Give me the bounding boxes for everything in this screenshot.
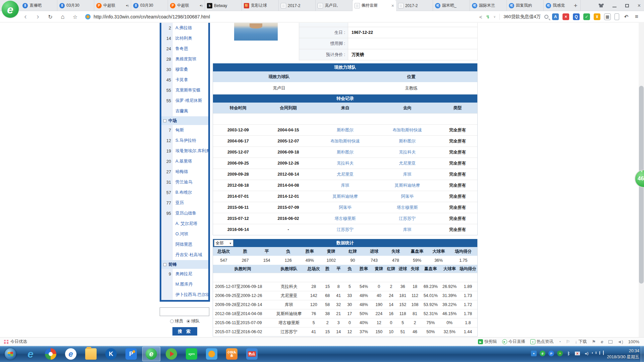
status-tool-item[interactable]: 快剪辑 [478, 339, 497, 345]
player-row[interactable]: 20 A.基里塔 [161, 156, 208, 167]
browser-tab[interactable]: 佩特雷斯 [353, 0, 396, 11]
tray-icon[interactable] [566, 351, 572, 356]
taskbar-app-icon[interactable] [65, 348, 76, 360]
player-name-link[interactable]: 伊卜拉西马.巴尔德 [173, 290, 208, 300]
url-text[interactable]: http://info.310win.com/cn/team/coach/129… [94, 14, 210, 19]
taskbar-app-button[interactable] [102, 347, 120, 361]
zoom-level[interactable]: 100% [628, 339, 639, 344]
browser-tab[interactable]: 直播吧 [20, 0, 57, 11]
player-name-link[interactable]: M.图库丹 [173, 279, 208, 290]
taskbar-app-icon[interactable] [25, 348, 36, 360]
back-button[interactable] [22, 13, 29, 20]
radio-team[interactable]: 球队 [186, 318, 200, 324]
screenshot-extension-icon[interactable] [562, 13, 569, 20]
player-name-link[interactable]: 亚历山德鲁 [173, 208, 208, 219]
taskbar-app-button[interactable] [122, 347, 140, 361]
browser-tab[interactable]: 2017-2 [279, 0, 316, 11]
tab-close-icon[interactable] [391, 3, 394, 8]
player-row[interactable]: 阿德里恩 [161, 239, 208, 250]
checkbox-icon[interactable] [163, 263, 166, 266]
pin-icon[interactable] [566, 339, 570, 344]
restore-tab-icon[interactable] [623, 13, 630, 20]
status-tool-item[interactable]: 热点资讯 [530, 339, 553, 345]
flag-icon[interactable] [592, 339, 596, 344]
translate-extension-icon[interactable] [552, 13, 559, 20]
taskbar-app-button[interactable] [1, 347, 19, 361]
gift-icon[interactable] [4, 340, 8, 344]
player-name-link[interactable]: 亚历 [173, 198, 208, 208]
player-name-link[interactable]: 丹吉安·杜高域 [173, 250, 208, 260]
taskbar-app-button[interactable] [42, 347, 60, 361]
taskbar-app-button[interactable] [182, 347, 201, 361]
player-name-link[interactable]: A.基里塔 [173, 156, 208, 167]
taskbar-app-icon[interactable] [166, 348, 177, 360]
taskbar-app-icon[interactable] [146, 348, 157, 360]
window-maximize-button[interactable] [625, 4, 629, 7]
player-row[interactable]: 45 卡莫拿 [161, 75, 208, 85]
player-name-link[interactable]: S.马伊拉特 [173, 135, 208, 146]
taskbar-app-icon[interactable] [5, 348, 16, 360]
player-row[interactable]: 9 奥姆拉尼 [161, 269, 208, 279]
player-row[interactable]: 7 甸斯 [161, 125, 208, 135]
browser-tab[interactable]: 中超联 [94, 0, 131, 11]
taskbar-app-button[interactable] [162, 347, 180, 361]
browser-tab[interactable]: 2017-2 [396, 0, 433, 11]
player-row[interactable]: 2 A.弗拉德 [161, 23, 208, 33]
browser-tab[interactable]: 中超联 [168, 0, 205, 11]
status-tool[interactable]: 快剪辑 今日直播 热点资讯 [478, 339, 553, 345]
browser-tab[interactable]: Betway [205, 0, 242, 11]
radio-team-dot[interactable] [186, 319, 190, 323]
wallet-extension-icon[interactable] [594, 13, 600, 20]
player-name-link[interactable]: 鲁奇恩 [173, 44, 208, 54]
taskbar-app-icon[interactable] [85, 348, 97, 360]
player-row[interactable]: 吉薾萬 [161, 106, 208, 116]
player-row[interactable]: 30 穆雷桑 [161, 64, 208, 75]
player-row[interactable]: 57 B.布维尔 [161, 187, 208, 198]
menu-icon[interactable] [633, 13, 640, 20]
player-name-link[interactable]: 保罗·维尼休斯 [173, 96, 208, 106]
taskbar-app-button[interactable] [142, 347, 160, 361]
player-name-link[interactable]: 劳兰迪乌 [173, 177, 208, 187]
window-minimize-button[interactable] [612, 7, 616, 7]
player-name-link[interactable]: 比特利奥 [173, 33, 208, 44]
mode-dropdown-icon[interactable] [493, 15, 496, 18]
share-icon[interactable] [479, 14, 482, 20]
new-tab-button[interactable] [571, 0, 581, 11]
forward-button[interactable] [35, 13, 41, 20]
player-row[interactable]: 12 S.马伊拉特 [161, 135, 208, 146]
player-row[interactable]: 14 比特利奥 [161, 33, 208, 44]
speed-mode-icon[interactable] [486, 14, 490, 19]
player-name-link[interactable]: A.弗拉德 [173, 23, 208, 33]
player-row[interactable]: O.河班 [161, 229, 208, 239]
browser-tab[interactable]: 03月30 [131, 0, 168, 11]
history-icon[interactable] [558, 339, 561, 344]
player-row[interactable]: 55 保罗·维尼休斯 [161, 96, 208, 106]
player-name-link[interactable]: 克里斯蒂安蝶 [173, 85, 208, 96]
tray-icon[interactable] [583, 351, 589, 356]
taskbar-app-icon[interactable] [186, 348, 197, 360]
promo-link[interactable]: 360贷款免息借4万 [503, 14, 541, 20]
bookmark-star-icon[interactable] [72, 13, 78, 20]
browser-logo-icon[interactable] [2, 1, 19, 18]
tray-icon[interactable] [540, 351, 545, 356]
player-name-link[interactable]: A. 艾尔尼塔 [173, 219, 208, 229]
section-header-forwards[interactable]: 前锋 [161, 260, 208, 269]
player-row[interactable]: 95 亚历山德鲁 [161, 208, 208, 219]
player-row[interactable]: 31 劳兰迪乌 [161, 177, 208, 187]
player-row[interactable]: 24 鲁奇恩 [161, 44, 208, 54]
search-input[interactable] [160, 307, 209, 316]
player-row[interactable]: 27 哈梅德 [161, 167, 208, 177]
tray-icon[interactable] [575, 351, 580, 356]
radio-player-dot[interactable] [170, 319, 174, 323]
browser-tab[interactable]: 国际米兰 [470, 0, 507, 11]
address-bar[interactable]: http://info.310win.com/cn/team/coach/129… [85, 14, 479, 19]
apps-grid-icon[interactable] [604, 13, 611, 20]
find-extension-icon[interactable] [573, 13, 580, 20]
taskbar-clock[interactable]: 20:34 2018/3/30 星期五 [607, 348, 639, 360]
floating-badge[interactable]: 46 [635, 170, 644, 188]
taskbar-app-icon[interactable]: 热点 [246, 348, 258, 360]
radio-player[interactable]: 球员 [170, 318, 183, 324]
mute-icon[interactable] [618, 339, 623, 344]
taskbar-app-button[interactable]: 小快头条 [223, 347, 241, 361]
player-row[interactable]: M.图库丹 [161, 279, 208, 290]
